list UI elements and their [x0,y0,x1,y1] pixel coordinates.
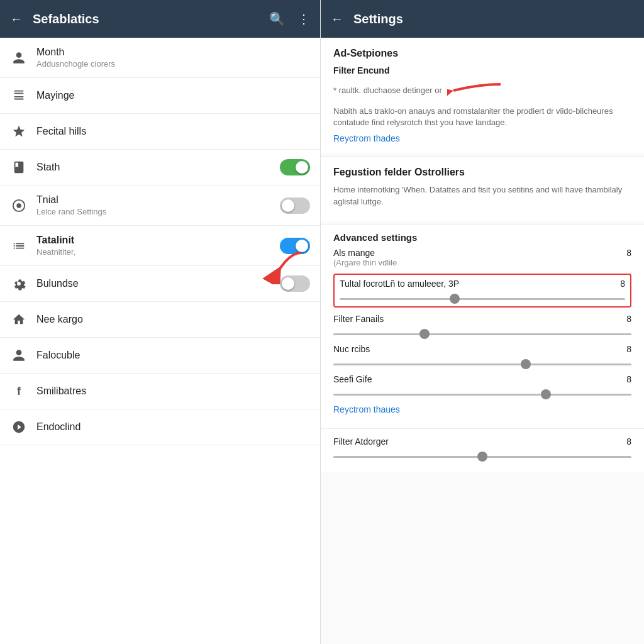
tnial-toggle-thumb [282,199,294,212]
right-header: ← Settings [321,0,644,38]
filter-fanails-slider-wrap [333,326,631,338]
tnial-toggle-track [280,197,310,214]
right-content: Ad-Setpiones Filter Encund * raultk. dlu… [321,38,644,644]
fegustion-desc: Home internotking 'When. Datattes and fi… [333,184,631,207]
nuc-rcibs-slider[interactable] [333,364,631,365]
nav-item-endoclind[interactable]: Endoclind [0,409,320,445]
advanced-section: Advanced settings Als mange (Argare thin… [321,225,644,428]
seef-gife-slider[interactable] [333,394,631,396]
nuc-rcibs-item: Nuc rcibs 8 [333,344,631,368]
nav-label-mayinge: Mayinge [36,90,310,101]
nav-icon-smilibatres: f [10,382,28,400]
nav-icon-endoclind [10,418,28,436]
filter-atdorger-slider[interactable] [333,456,631,458]
ad-settings-title: Ad-Setpiones [333,48,631,59]
tultal-slider-wrap [340,291,625,303]
nav-label-fecital: Fecital hills [36,126,310,137]
nav-item-stath[interactable]: Stath [0,150,320,186]
als-mange-label: Als mange [333,248,397,258]
nav-content-tnial: Tnial Lelce rand Settings [36,194,280,216]
nav-icon-stath [10,158,28,176]
red-arrow-tatalinit [257,250,308,284]
nav-item-falocuble[interactable]: Falocuble [0,338,320,374]
nav-label-nee-kargo: Nee kargo [36,314,310,325]
nav-label-smilibatres: Smilibatres [36,386,310,397]
nav-item-month[interactable]: Month Addusnchogle ciorers [0,38,320,78]
tnial-toggle[interactable] [280,197,310,214]
red-arrow-right-panel [447,78,504,103]
seef-gife-slider-wrap [333,387,631,398]
seef-gife-item: Seefi Gife 8 [333,374,631,398]
seef-gife-row: Seefi Gife 8 [333,374,631,384]
filter-atdorger-item: Filter Atdorger 8 [333,436,631,460]
nav-icon-month [10,49,28,67]
nav-content-falocuble: Falocuble [36,350,310,361]
filter-atdorger-slider-wrap [333,449,631,460]
tultal-label: Tultal focrotLñ to amuleeer, 3P [340,279,609,289]
tultal-row: Tultal focrotLñ to amuleeer, 3P 8 [340,279,625,289]
nav-item-tnial[interactable]: Tnial Lelce rand Settings [0,186,320,226]
als-mange-value: 8 [621,248,631,258]
nav-item-fecital[interactable]: Fecital hills [0,114,320,150]
right-panel: ← Settings Ad-Setpiones Filter Encund * … [321,0,644,644]
filter-link[interactable]: Reyctrom thades [333,133,631,143]
nuc-rcibs-value: 8 [621,344,631,354]
svg-point-1 [16,203,21,208]
nav-content-bulundse: Bulundse [36,278,280,289]
nav-content-fecital: Fecital hills [36,126,310,137]
nav-content-tatalinit: Tatalinit Neatnititer, [36,235,280,257]
stath-toggle-thumb [296,161,308,174]
fegustion-title: Fegustion felder Ostrolliers [333,167,631,178]
more-icon[interactable]: ⋮ [297,11,310,26]
nav-list: Month Addusnchogle ciorers Mayinge Fecit… [0,38,320,644]
filter-atdorger-label: Filter Atdorger [333,436,615,447]
nav-item-smilibatres[interactable]: f Smilibatres [0,374,320,409]
left-header: ← Sefablatics 🔍 ⋮ [0,0,320,38]
search-icon[interactable]: 🔍 [269,11,285,26]
tultal-value: 8 [615,279,625,289]
advanced-link[interactable]: Reyctrom thaues [333,404,631,414]
right-header-title: Settings [353,12,403,26]
filter-note-text: * raultk. dluchaose detinger or [333,85,442,96]
stath-toggle[interactable] [280,159,310,175]
nav-label-endoclind: Endoclind [36,421,310,433]
advanced-title: Advanced settings [333,232,631,243]
tultal-slider[interactable] [340,298,625,300]
nav-label-tatalinit: Tatalinit [36,235,280,246]
nav-item-tatalinit[interactable]: Tatalinit Neatnititer, [0,226,320,266]
nav-sublabel-tnial: Lelce rand Settings [36,207,280,216]
stath-toggle-switch[interactable] [280,159,310,175]
nav-sublabel-tatalinit: Neatnititer, [36,247,280,257]
filter-atdorger-value: 8 [621,436,631,447]
nav-content-smilibatres: Smilibatres [36,386,310,397]
tnial-toggle-switch[interactable] [280,197,310,214]
nuc-rcibs-label: Nuc rcibs [333,344,615,354]
nuc-rcibs-slider-wrap [333,357,631,368]
right-back-icon[interactable]: ← [331,12,343,26]
fegustion-section: Fegustion felder Ostrolliers Home intern… [321,157,644,221]
left-back-icon[interactable]: ← [10,12,23,26]
nav-icon-mayinge [10,87,28,104]
nav-content-nee-kargo: Nee kargo [36,314,310,325]
nav-icon-tnial [10,197,28,214]
filter-encund-title: Filter Encund [333,65,631,75]
als-mange-sub: (Argare thin vdlile [333,258,397,267]
seef-gife-value: 8 [621,374,631,384]
filter-fanails-row: Filter Fanails 8 [333,314,631,324]
filter-note-row: * raultk. dluchaose detinger or [333,78,631,103]
filter-fanails-slider[interactable] [333,333,631,335]
filter-fanails-item: Filter Fanails 8 [333,314,631,338]
nav-label-falocuble: Falocuble [36,350,310,361]
als-mange-content: Als mange (Argare thin vdlile [333,248,397,267]
filter-fanails-value: 8 [621,314,631,324]
nav-label-tnial: Tnial [36,194,280,206]
nav-item-mayinge[interactable]: Mayinge [0,78,320,114]
seef-gife-label: Seefi Gife [333,374,615,384]
nav-item-nee-kargo[interactable]: Nee kargo [0,302,320,338]
als-mange-item: Als mange (Argare thin vdlile 8 [333,248,631,267]
nav-label-bulundse: Bulundse [36,278,280,289]
nav-content-mayinge: Mayinge [36,90,310,101]
tultal-item-highlighted: Tultal focrotLñ to amuleeer, 3P 8 [333,274,631,308]
nav-content-endoclind: Endoclind [36,421,310,433]
nuc-rcibs-row: Nuc rcibs 8 [333,344,631,354]
